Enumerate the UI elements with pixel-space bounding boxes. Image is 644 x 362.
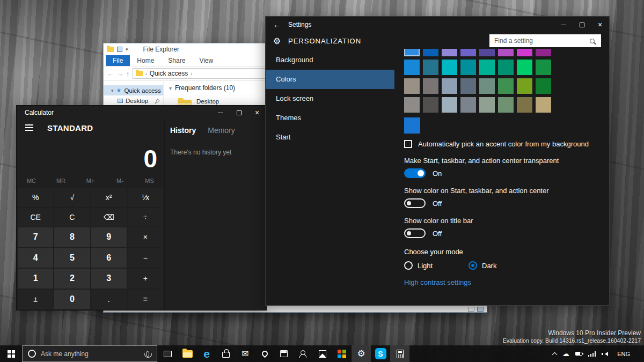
calc-key-0[interactable]: 0 <box>54 290 90 309</box>
chevron-down-icon[interactable]: ▾ <box>111 88 114 93</box>
task-view-button[interactable] <box>157 345 178 362</box>
settings-titlebar[interactable]: ← Settings × <box>266 17 609 33</box>
checkbox-icon[interactable] <box>404 140 412 148</box>
explorer-nav-desktop[interactable]: Desktop <box>104 95 163 106</box>
maximize-button[interactable] <box>230 106 248 120</box>
calc-key--[interactable]: √ <box>54 188 90 207</box>
settings-taskbar-button[interactable]: ⚙ <box>352 345 371 362</box>
accent-color-swatch[interactable] <box>536 78 551 94</box>
calc-key-ce[interactable]: CE <box>18 208 53 227</box>
calc-key-6[interactable]: 6 <box>91 248 127 268</box>
calculator-titlebar[interactable]: Calculator × <box>17 106 266 120</box>
chevron-right-icon[interactable]: › <box>145 71 147 77</box>
maximize-button[interactable] <box>573 17 591 33</box>
calc-key-9[interactable]: 9 <box>91 227 127 247</box>
accent-color-swatch[interactable] <box>517 78 532 94</box>
auto-accent-checkbox-row[interactable]: Automatically pick an accent color from … <box>404 140 609 148</box>
minimize-button[interactable] <box>211 106 230 120</box>
microphone-icon[interactable] <box>146 351 149 357</box>
settings-nav-item-background[interactable]: Background <box>266 50 394 70</box>
memory-button-mc[interactable]: MC <box>17 174 46 187</box>
accent-color-swatch[interactable] <box>536 60 551 75</box>
accent-color-swatch[interactable] <box>442 49 457 56</box>
tab-history[interactable]: History <box>170 126 196 135</box>
calc-key-3[interactable]: 3 <box>91 269 127 289</box>
accent-color-swatch[interactable] <box>479 60 495 75</box>
list-view-icon[interactable] <box>468 307 474 312</box>
accent-color-swatch[interactable] <box>442 78 457 94</box>
explorer-nav-quick-access[interactable]: ▾★Quick access <box>104 85 163 95</box>
hamburger-menu-icon[interactable] <box>25 127 33 128</box>
accent-color-swatch[interactable] <box>423 49 438 56</box>
minimize-button[interactable] <box>554 17 573 33</box>
accent-color-swatch[interactable] <box>423 60 438 75</box>
breadcrumb[interactable]: Quick access <box>150 70 188 77</box>
tab-memory[interactable]: Memory <box>208 126 235 135</box>
calc-key--[interactable]: = <box>128 290 163 309</box>
maps-taskbar-button[interactable] <box>255 345 274 362</box>
ribbon-tab-file[interactable]: File <box>106 55 130 66</box>
people-taskbar-button[interactable] <box>294 345 313 362</box>
memory-button-m-[interactable]: M- <box>105 174 135 187</box>
accent-color-swatch[interactable] <box>536 97 551 113</box>
calc-key--[interactable]: ± <box>18 290 53 309</box>
battery-icon[interactable] <box>575 352 582 356</box>
calc-key--[interactable]: ÷ <box>128 208 163 227</box>
ribbon-tab-view[interactable]: View <box>192 55 220 66</box>
up-icon[interactable]: ↑ <box>126 70 130 77</box>
memory-button-ms[interactable]: MS <box>135 174 164 187</box>
settings-nav-item-colors[interactable]: Colors <box>266 70 394 89</box>
calc-key-x-[interactable]: x² <box>91 188 127 207</box>
accent-color-swatch[interactable] <box>442 60 457 75</box>
back-button[interactable]: ← <box>266 20 288 29</box>
accent-color-swatch[interactable] <box>517 60 532 75</box>
settings-window[interactable]: ← Settings × ⚙ PERSONALIZATION Find a se… <box>265 16 610 306</box>
cortana-search-box[interactable]: Ask me anything <box>22 345 157 362</box>
accent-color-swatch[interactable] <box>460 60 476 75</box>
chevron-down-icon[interactable]: ▾ <box>126 47 128 52</box>
accent-color-swatch[interactable] <box>479 49 495 56</box>
accent-color-swatch[interactable] <box>460 78 476 94</box>
chevron-down-icon[interactable]: ▾ <box>169 85 172 91</box>
close-button[interactable]: × <box>248 106 266 120</box>
back-icon[interactable]: ← <box>107 70 114 77</box>
calc-key-c[interactable]: C <box>54 208 90 227</box>
onedrive-cloud-icon[interactable]: ☁ <box>562 350 569 357</box>
accent-color-swatch[interactable] <box>498 78 514 94</box>
accent-color-swatch[interactable] <box>498 97 514 113</box>
calc-key--[interactable]: × <box>128 227 163 247</box>
accent-color-swatch[interactable] <box>479 78 495 94</box>
accent-color-swatch[interactable] <box>460 49 476 56</box>
ribbon-tab-share[interactable]: Share <box>161 55 192 66</box>
calc-key--x[interactable]: ⅟x <box>128 188 163 207</box>
accent-color-swatch[interactable] <box>460 97 476 113</box>
quick-access-toolbar-icon[interactable] <box>117 47 122 52</box>
accent-color-swatch[interactable] <box>498 49 514 56</box>
accent-color-swatch[interactable] <box>404 78 420 94</box>
calc-key--[interactable]: ⌫ <box>91 208 127 227</box>
accent-color-swatch[interactable] <box>479 97 495 113</box>
grid-view-icon[interactable] <box>477 307 484 312</box>
windows-insider-taskbar-button[interactable] <box>332 345 352 362</box>
calc-key--[interactable]: . <box>91 290 127 309</box>
ribbon-tab-home[interactable]: Home <box>130 55 161 66</box>
calc-key--[interactable]: + <box>128 269 163 289</box>
accent-color-swatch[interactable] <box>517 49 532 56</box>
calc-key--[interactable]: % <box>18 188 53 207</box>
accent-color-swatch[interactable] <box>536 49 551 56</box>
accent-color-swatch[interactable] <box>423 78 438 94</box>
accent-color-swatch[interactable] <box>442 97 457 113</box>
volume-icon[interactable] <box>602 351 608 357</box>
search-icon[interactable] <box>590 39 595 43</box>
accent-color-swatch[interactable] <box>423 97 438 113</box>
toggle-switch[interactable] <box>404 168 426 178</box>
memory-button-m-[interactable]: M+ <box>76 174 105 187</box>
settings-nav-item-start[interactable]: Start <box>266 128 394 147</box>
close-button[interactable]: × <box>591 17 609 33</box>
network-icon[interactable] <box>588 351 596 357</box>
file-explorer-taskbar-button[interactable] <box>178 345 197 362</box>
settings-nav-item-themes[interactable]: Themes <box>266 108 394 128</box>
language-indicator[interactable]: ENG <box>617 351 630 357</box>
high-contrast-link[interactable]: High contrast settings <box>404 278 471 286</box>
calculator-taskbar-button[interactable] <box>390 345 409 362</box>
